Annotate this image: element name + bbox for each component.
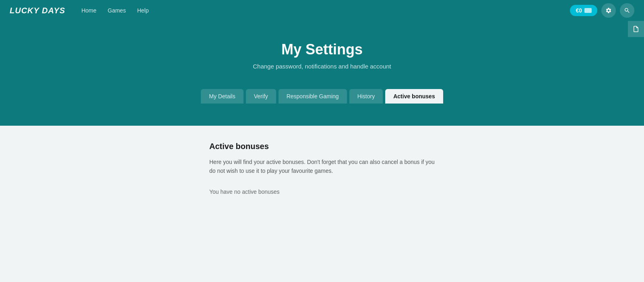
tab-responsible-gaming[interactable]: Responsible Gaming bbox=[279, 89, 347, 104]
card-icon bbox=[584, 8, 592, 13]
gear-icon bbox=[605, 7, 612, 14]
side-panel-button[interactable] bbox=[628, 21, 644, 37]
tabs-container: My Details Verify Responsible Gaming His… bbox=[8, 89, 636, 104]
balance-amount: €0 bbox=[576, 7, 582, 14]
tab-active-bonuses[interactable]: Active bonuses bbox=[385, 89, 443, 104]
tab-history[interactable]: History bbox=[349, 89, 383, 104]
section-description: Here you will find your active bonuses. … bbox=[209, 158, 435, 176]
section-title: Active bonuses bbox=[209, 142, 435, 151]
navbar: LUCKY DAYS Home Games Help €0 bbox=[0, 0, 644, 21]
balance-button[interactable]: €0 bbox=[570, 5, 597, 16]
tab-verify[interactable]: Verify bbox=[246, 89, 276, 104]
tab-my-details[interactable]: My Details bbox=[201, 89, 243, 104]
logo: LUCKY DAYS bbox=[10, 6, 65, 15]
settings-button[interactable] bbox=[601, 3, 616, 18]
nav-right: €0 bbox=[570, 3, 634, 18]
nav-link-help[interactable]: Help bbox=[137, 7, 149, 14]
content-area: Active bonuses Here you will find your a… bbox=[0, 126, 644, 282]
content-inner: Active bonuses Here you will find your a… bbox=[209, 142, 435, 195]
page-title: My Settings bbox=[8, 41, 636, 58]
empty-state-message: You have no active bonuses bbox=[209, 189, 435, 195]
nav-links: Home Games Help bbox=[81, 7, 149, 14]
search-icon bbox=[624, 7, 630, 14]
nav-link-games[interactable]: Games bbox=[108, 7, 126, 14]
search-button[interactable] bbox=[620, 3, 634, 18]
document-icon bbox=[632, 25, 640, 33]
page-subtitle: Change password, notifications and handl… bbox=[8, 63, 636, 70]
nav-link-home[interactable]: Home bbox=[81, 7, 96, 14]
hero-section: My Settings Change password, notificatio… bbox=[0, 21, 644, 126]
